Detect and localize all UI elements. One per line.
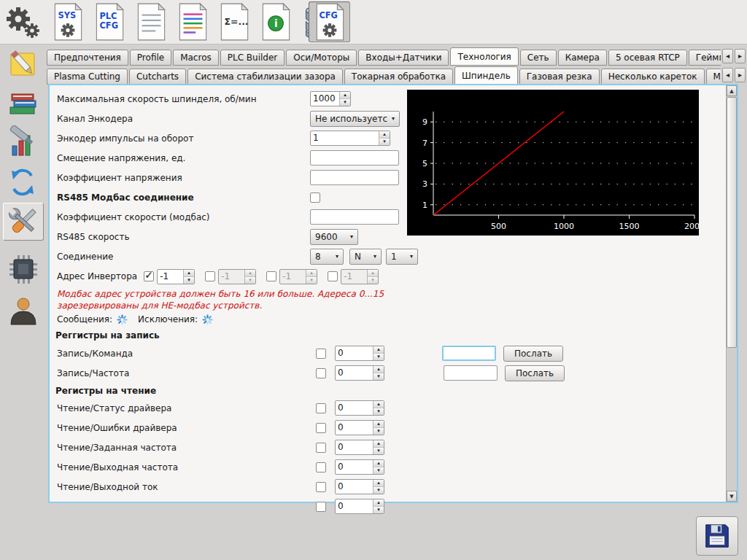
- read-output-current-spinbox[interactable]: 0 ▴▾: [335, 479, 384, 494]
- tab-gamepad[interactable]: Геймпад: [689, 50, 721, 66]
- sidebar-user-button[interactable]: [3, 292, 44, 330]
- read-output-current-checkbox[interactable]: [316, 482, 326, 492]
- spin-down-icon[interactable]: ▾: [184, 276, 194, 284]
- spin-down-icon[interactable]: ▾: [374, 353, 384, 360]
- voltage-coeff-field[interactable]: [310, 170, 399, 185]
- spin-down-icon[interactable]: ▾: [374, 467, 384, 474]
- tab-preferences[interactable]: Предпочтения: [47, 50, 128, 66]
- spin-up-icon[interactable]: ▴: [184, 270, 194, 276]
- modbus-enable-checkbox[interactable]: [310, 192, 320, 203]
- tab-axes-motors[interactable]: Оси/Моторы: [286, 50, 357, 66]
- inverter-address-checkbox-2[interactable]: [205, 271, 215, 281]
- read-output-frequency-checkbox[interactable]: [316, 462, 326, 472]
- voltage-offset-field[interactable]: [310, 150, 399, 166]
- spin-up-icon[interactable]: ▴: [374, 480, 384, 486]
- data-bits-select[interactable]: 8 ▾: [310, 249, 344, 265]
- spin-down-icon[interactable]: ▾: [245, 276, 255, 284]
- spin-down-icon[interactable]: ▾: [374, 408, 384, 415]
- send-command-button[interactable]: Послать: [503, 346, 563, 362]
- subtab-scroll-left-button[interactable]: ◂: [722, 68, 733, 82]
- tab-camera[interactable]: Камера: [558, 50, 607, 66]
- tab-technology[interactable]: Технология: [450, 47, 518, 66]
- baud-select[interactable]: 9600 ▾: [310, 229, 358, 245]
- read-status-checkbox[interactable]: [316, 403, 326, 413]
- spin-down-icon[interactable]: ▾: [374, 447, 384, 454]
- spin-down-icon[interactable]: ▾: [306, 276, 317, 284]
- inverter-address-spinbox-4[interactable]: -1 ▴▾: [341, 269, 379, 284]
- encoder-channel-select[interactable]: Не используется ▾: [310, 111, 400, 127]
- scroll-down-button[interactable]: ▼: [727, 491, 737, 502]
- write-frequency-checkbox[interactable]: [316, 368, 326, 378]
- clipped-row-checkbox[interactable]: [316, 502, 326, 512]
- sys-config-button[interactable]: SYS: [47, 1, 88, 42]
- spin-up-icon[interactable]: ▴: [374, 499, 384, 506]
- write-command-spinbox[interactable]: 0 ▴▾: [335, 346, 384, 361]
- save-button[interactable]: [696, 516, 738, 556]
- spin-up-icon[interactable]: ▴: [374, 460, 384, 467]
- read-errors-spinbox[interactable]: 0 ▴▾: [335, 420, 384, 435]
- sidebar-notes-button[interactable]: [3, 45, 44, 83]
- read-set-frequency-checkbox[interactable]: [316, 443, 326, 453]
- sidebar-settings-button[interactable]: [3, 203, 44, 241]
- inverter-address-checkbox-4[interactable]: [328, 271, 338, 281]
- spin-up-icon[interactable]: ▴: [245, 270, 255, 276]
- stop-bits-select[interactable]: 1 ▾: [386, 249, 418, 265]
- tab-plasma-cutting[interactable]: Plasma Cutting: [47, 69, 128, 85]
- vertical-scrollbar[interactable]: ▲ ▼: [726, 85, 737, 502]
- sidebar-sync-button[interactable]: [3, 163, 44, 201]
- spin-up-icon[interactable]: ▴: [374, 366, 384, 373]
- parity-select[interactable]: N ▾: [349, 249, 382, 265]
- sidebar-library-button[interactable]: [3, 85, 44, 122]
- system-settings-button[interactable]: [1, 1, 43, 42]
- clipped-row-spinbox[interactable]: 0 ▴▾: [335, 499, 384, 514]
- scroll-up-button[interactable]: ▲: [727, 85, 737, 96]
- tab-scroll-right-button[interactable]: ▸: [735, 49, 746, 63]
- write-command-checkbox[interactable]: [316, 349, 326, 359]
- tab-master-clipped[interactable]: Мастер-С: [706, 69, 721, 85]
- sidebar-tools-charts-button[interactable]: [3, 124, 44, 162]
- inverter-address-spinbox-1[interactable]: -1 ▴▾: [157, 269, 195, 284]
- spin-up-icon[interactable]: ▴: [374, 401, 384, 408]
- spin-up-icon[interactable]: ▴: [374, 440, 384, 447]
- encoder-ppr-spinbox[interactable]: 1 ▴▾: [310, 131, 390, 146]
- spin-down-icon[interactable]: ▾: [379, 138, 390, 145]
- read-set-frequency-spinbox[interactable]: 0 ▴▾: [335, 440, 384, 455]
- spin-down-icon[interactable]: ▾: [374, 486, 384, 494]
- tab-gas-cutting[interactable]: Газовая резка: [519, 69, 600, 85]
- tab-lathe[interactable]: Токарная обработка: [344, 69, 453, 85]
- tab-network[interactable]: Сеть: [520, 50, 557, 66]
- spin-down-icon[interactable]: ▾: [374, 427, 384, 435]
- tab-macros[interactable]: Macros: [173, 50, 219, 66]
- scrollbar-thumb[interactable]: [727, 97, 737, 348]
- spin-up-icon[interactable]: ▴: [374, 421, 384, 427]
- subtab-scroll-right-button[interactable]: ▸: [735, 68, 746, 82]
- write-frequency-field[interactable]: [444, 365, 498, 381]
- colored-document-button[interactable]: [171, 1, 213, 42]
- spin-up-icon[interactable]: ▴: [374, 346, 384, 353]
- tab-multi-carriage[interactable]: Несколько кареток: [601, 69, 705, 85]
- tab-thc[interactable]: Система стабилизации зазора: [187, 69, 343, 85]
- sidebar-hardware-button[interactable]: [3, 251, 44, 289]
- spin-down-icon[interactable]: ▾: [374, 373, 384, 380]
- speed-coeff-field[interactable]: [310, 209, 399, 225]
- spin-down-icon[interactable]: ▾: [374, 506, 384, 513]
- variables-button[interactable]: Σ=...: [213, 1, 255, 42]
- tab-scroll-left-button[interactable]: ◂: [722, 49, 733, 63]
- spin-down-icon[interactable]: ▾: [368, 276, 378, 284]
- info-button[interactable]: i: [255, 1, 296, 42]
- read-status-spinbox[interactable]: 0 ▴▾: [335, 400, 384, 416]
- tab-spindle[interactable]: Шпиндель: [454, 66, 518, 85]
- read-errors-checkbox[interactable]: [316, 423, 326, 433]
- send-frequency-button[interactable]: Послать: [505, 365, 565, 381]
- spin-up-icon[interactable]: ▴: [379, 131, 390, 138]
- read-output-frequency-spinbox[interactable]: 0 ▴▾: [335, 459, 384, 475]
- tab-cutcharts[interactable]: Cutcharts: [129, 69, 186, 85]
- inverter-address-checkbox-3[interactable]: [266, 271, 276, 281]
- tab-profile[interactable]: Profile: [130, 50, 171, 66]
- write-frequency-spinbox[interactable]: 0 ▴▾: [335, 365, 384, 381]
- tab-5axis-rtcp[interactable]: 5 осевая RTCP: [608, 50, 687, 66]
- max-speed-spinbox[interactable]: 1000 ▴▾: [310, 91, 351, 106]
- spin-up-icon[interactable]: ▴: [340, 92, 350, 98]
- spin-down-icon[interactable]: ▾: [340, 98, 350, 106]
- inverter-address-spinbox-3[interactable]: -1 ▴▾: [279, 269, 317, 284]
